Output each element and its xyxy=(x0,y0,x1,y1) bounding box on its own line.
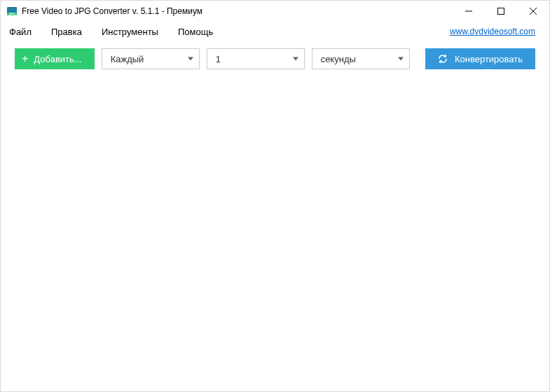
mode-select[interactable]: Каждый xyxy=(102,48,200,69)
toolbar: + Добавить... Каждый 1 секунды Конвертир… xyxy=(1,41,549,76)
titlebar: JPG Free Video to JPG Converter v. 5.1.1… xyxy=(1,1,549,22)
website-link[interactable]: www.dvdvideosoft.com xyxy=(450,27,535,36)
menu-help[interactable]: Помощь xyxy=(178,27,213,37)
maximize-button[interactable] xyxy=(485,1,517,22)
menu-file[interactable]: Файл xyxy=(9,27,32,37)
close-button[interactable] xyxy=(517,1,549,22)
menu-edit[interactable]: Правка xyxy=(51,27,82,37)
unit-select[interactable]: секунды xyxy=(312,48,410,69)
unit-select-value: секунды xyxy=(321,54,356,64)
svg-text:JPG: JPG xyxy=(8,12,15,16)
window-title: Free Video to JPG Converter v. 5.1.1 - П… xyxy=(22,6,453,16)
menubar: Файл Правка Инструменты Помощь www.dvdvi… xyxy=(1,22,549,41)
count-select[interactable]: 1 xyxy=(207,48,305,69)
menu-tools[interactable]: Инструменты xyxy=(102,27,158,37)
window-controls xyxy=(453,1,549,22)
chevron-down-icon xyxy=(293,57,298,61)
convert-button[interactable]: Конвертировать xyxy=(425,48,535,69)
add-button-label: Добавить... xyxy=(34,54,81,64)
count-select-value: 1 xyxy=(216,54,221,64)
refresh-icon xyxy=(438,54,448,64)
plus-icon: + xyxy=(22,53,28,64)
app-icon: JPG xyxy=(6,6,18,17)
mode-select-value: Каждый xyxy=(111,54,144,64)
chevron-down-icon xyxy=(398,57,404,61)
chevron-down-icon xyxy=(188,57,193,61)
minimize-button[interactable] xyxy=(453,1,485,22)
convert-button-label: Конвертировать xyxy=(455,54,523,64)
add-button[interactable]: + Добавить... xyxy=(15,48,95,69)
svg-rect-4 xyxy=(498,8,504,15)
